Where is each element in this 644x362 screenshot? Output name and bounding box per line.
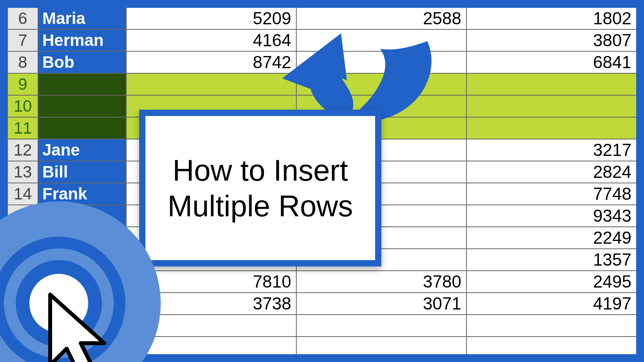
data-row[interactable]: 8 Bob 8742 6841 xyxy=(8,52,636,74)
name-cell[interactable] xyxy=(38,74,127,95)
cell[interactable]: 2824 xyxy=(467,161,636,183)
row-header[interactable]: 12 xyxy=(8,139,38,161)
data-row[interactable]: 6 Maria 5209 2588 1802 xyxy=(8,8,636,30)
cell[interactable]: 2249 xyxy=(467,227,636,248)
name-cell[interactable] xyxy=(38,118,127,139)
row-header[interactable]: 8 xyxy=(8,52,38,73)
cell[interactable]: 3217 xyxy=(467,139,636,161)
row-header[interactable]: 6 xyxy=(8,8,38,29)
row-header[interactable]: 9 xyxy=(8,74,38,95)
cell[interactable]: 6841 xyxy=(467,52,636,73)
title-card: How to Insert Multiple Rows xyxy=(139,110,381,266)
cell[interactable]: 2588 xyxy=(297,8,467,29)
cell[interactable]: 5209 xyxy=(127,8,297,29)
cell[interactable] xyxy=(467,74,636,95)
data-row[interactable]: 7 Herman 4164 3807 xyxy=(8,30,636,52)
title-text: How to Insert Multiple Rows xyxy=(145,116,375,260)
cell[interactable]: 8742 xyxy=(127,52,297,73)
cell[interactable]: 2495 xyxy=(467,271,636,292)
cell[interactable]: 3807 xyxy=(467,30,636,51)
row-header[interactable]: 13 xyxy=(8,161,38,183)
cell[interactable]: 1802 xyxy=(467,8,636,29)
cell[interactable]: 1357 xyxy=(467,249,636,270)
cell[interactable] xyxy=(467,337,636,354)
cell[interactable] xyxy=(297,315,467,336)
cell[interactable]: 9343 xyxy=(467,205,636,226)
cell[interactable]: 3780 xyxy=(297,271,467,292)
name-cell[interactable]: Maria xyxy=(38,8,127,29)
cell[interactable]: 4197 xyxy=(467,293,636,314)
row-header[interactable]: 11 xyxy=(8,118,38,139)
cell[interactable]: 3071 xyxy=(297,293,467,314)
cell[interactable] xyxy=(127,74,297,95)
cell[interactable] xyxy=(467,96,636,117)
name-cell[interactable]: Bob xyxy=(38,52,127,73)
cell[interactable] xyxy=(297,30,467,51)
cell[interactable] xyxy=(467,315,636,336)
inserted-row[interactable]: 9 xyxy=(8,74,636,96)
logo-icon xyxy=(0,201,161,362)
row-header[interactable]: 10 xyxy=(8,96,38,117)
name-cell[interactable] xyxy=(38,96,127,117)
cell[interactable]: 7748 xyxy=(467,183,636,205)
cell[interactable] xyxy=(297,52,467,73)
name-cell[interactable]: Bill xyxy=(38,161,127,183)
cell[interactable] xyxy=(467,118,636,139)
name-cell[interactable]: Jane xyxy=(38,139,127,161)
cell[interactable] xyxy=(297,74,467,95)
cell[interactable]: 4164 xyxy=(127,30,297,51)
name-cell[interactable]: Herman xyxy=(38,30,127,51)
row-header[interactable]: 7 xyxy=(8,30,38,51)
cell[interactable] xyxy=(297,337,467,354)
